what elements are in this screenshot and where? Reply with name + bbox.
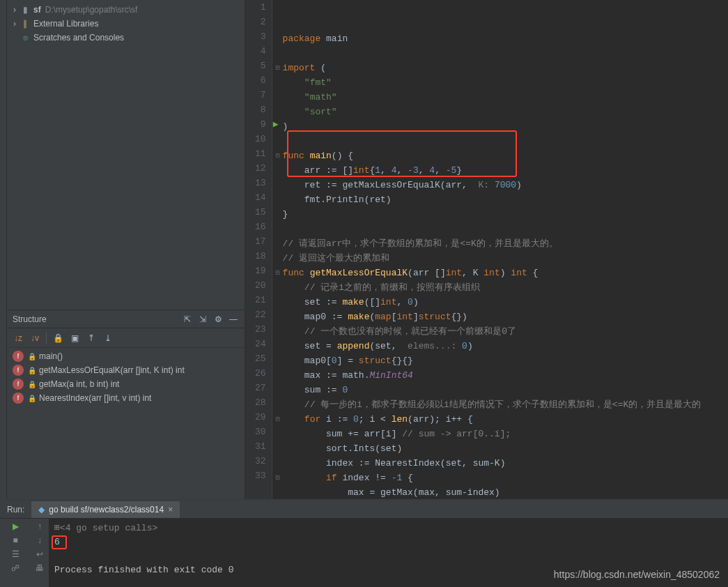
code-line[interactable]: max = getMax(max, sum-index) [283,485,728,499]
code-line[interactable]: fmt.Println(ret) [283,192,728,207]
function-icon: f [13,379,24,390]
collapse-icon[interactable]: ⇲ [197,314,208,325]
fold-icon[interactable]: ⊟ [276,471,280,485]
structure-panel: Structure ⇱ ⇲ ⚙ — ↓z ↓v 🔒 ▣ ⤒ ⤓ f🔒main()… [7,310,245,499]
code-line[interactable]: ⊟import ( [283,61,728,75]
code-editor[interactable]: 12345678▶9101112131415161718192021222324… [245,0,728,499]
lock-icon: 🔒 [28,367,35,374]
code-line[interactable]: // 返回这个最大的累加和 [283,251,728,266]
tree-root[interactable]: › ▮ sf D:\mysetup\gopath\src\sf [7,3,245,17]
code-line[interactable] [283,222,728,236]
code-line[interactable]: index := NearestIndex(set, sum-K) [283,456,728,471]
layout-icon[interactable]: ☰ [12,549,20,559]
code-line[interactable] [283,46,728,61]
console-setup: <4 go setup calls> [60,523,157,533]
structure-item[interactable]: f🔒getMaxLessOrEqualK(arr []int, K int) i… [7,363,245,377]
rerun-icon[interactable]: ▶ [13,521,19,531]
watermark: https://blog.csdn.net/weixin_48502062 [554,569,720,580]
attach-icon[interactable]: ☍ [11,563,20,573]
structure-item-label: main() [39,351,63,361]
code-line[interactable] [283,134,728,148]
code-line[interactable]: } [283,207,728,222]
structure-item-label: NearestIndex(arr []int, v int) int [39,393,151,403]
print-icon[interactable]: 🖶 [36,563,44,573]
go-file-icon: ◆ [38,505,45,514]
structure-item[interactable]: f🔒main() [7,349,245,363]
code-line[interactable]: sum := 0 [283,383,728,397]
console-result: 6 [54,537,60,547]
expand-icon[interactable]: ⇱ [182,314,193,325]
fields-icon[interactable]: ▣ [69,333,80,344]
minimize-icon[interactable]: — [228,314,239,325]
code-line[interactable]: arr := []int{1, 4, -3, 4, -5} [283,163,728,178]
chevron-right-icon[interactable]: › [10,19,20,29]
close-icon[interactable]: × [168,505,173,514]
structure-item-label: getMaxLessOrEqualK(arr []int, K int) int [39,365,185,375]
code-line[interactable]: ⊟ if index != -1 { [283,471,728,485]
function-icon: f [13,392,24,404]
fold-icon[interactable]: ⊟ [276,412,280,427]
tree-label: Scratches and Consoles [33,33,124,43]
code-line[interactable]: ret := getMaxLessOrEqualK(arr, K: 7000) [283,178,728,192]
tree-label: External Libraries [33,19,98,29]
code-line[interactable]: map0 := make(map[int]struct{}) [283,310,728,324]
folder-icon: ▮ [20,4,31,15]
code-line[interactable]: // 记录i之前的，前缀和，按照有序表组织 [283,280,728,295]
lock-icon[interactable]: 🔒 [52,333,63,344]
code-line[interactable]: sum += arr[i] // sum -> arr[0..i]; [283,427,728,441]
tree-external-libs[interactable]: › ∥ External Libraries [7,17,245,31]
run-tab[interactable]: ◆ go build sf/newclass2/class014 × [31,501,180,518]
tree-root-label: sf [33,5,41,15]
run-label: Run: [0,505,31,514]
code-line[interactable]: ) [283,119,728,134]
structure-item-label: getMax(a int, b int) int [39,379,119,389]
structure-item[interactable]: f🔒NearestIndex(arr []int, v int) int [7,391,245,405]
fold-icon[interactable]: ⊟ [276,266,280,280]
stop-icon[interactable]: ■ [13,535,17,545]
lock-icon: 🔒 [28,395,35,402]
code-line[interactable]: // 一个数也没有的时候，就已经有一个前缀和是0了 [283,324,728,339]
code-line[interactable]: ⊟func main() { [283,148,728,163]
lock-icon: 🔒 [28,381,35,388]
code-line[interactable]: set := make([]int, 0) [283,295,728,310]
autoscroll-to-icon[interactable]: ⤒ [86,333,97,344]
code-line[interactable]: ⊟ for i := 0; i < len(arr); i++ { [283,412,728,427]
scratch-icon: ⌾ [20,32,31,43]
tree-root-path: D:\mysetup\gopath\src\sf [45,5,138,15]
fold-icon[interactable]: ⊟ [276,148,280,163]
up-icon[interactable]: ↑ [38,521,42,531]
code-line[interactable]: "math" [283,90,728,105]
code-line[interactable]: sort.Ints(set) [283,441,728,456]
code-line[interactable]: set = append(set, elems...: 0) [283,339,728,353]
code-line[interactable]: max := math.MinInt64 [283,368,728,383]
autoscroll-from-icon[interactable]: ⤓ [102,333,114,344]
code-line[interactable]: "fmt" [283,75,728,90]
structure-item[interactable]: f🔒getMax(a int, b int) int [7,377,245,391]
down-icon[interactable]: ↓ [38,535,42,545]
structure-title: Structure [13,314,47,324]
library-icon: ∥ [20,18,31,29]
code-line[interactable]: package main [283,31,728,46]
sort-visibility-icon[interactable]: ↓v [29,333,40,344]
lock-icon: 🔒 [28,353,35,360]
soft-wrap-icon[interactable]: ↩ [36,549,43,559]
code-line[interactable]: // 请返回arr中，求个子数组的累加和，是<=K的，并且是最大的。 [283,236,728,251]
code-line[interactable]: ⊟func getMaxLessOrEqualK(arr []int, K in… [283,266,728,280]
function-icon: f [13,365,24,376]
code-line[interactable]: map0[0] = struct{}{} [283,353,728,368]
project-tree[interactable]: › ▮ sf D:\mysetup\gopath\src\sf › ∥ Exte… [7,0,245,310]
sort-alpha-icon[interactable]: ↓z [13,333,24,344]
tree-scratches[interactable]: ⌾ Scratches and Consoles [7,31,245,45]
code-line[interactable]: "sort" [283,105,728,119]
function-icon: f [13,351,24,362]
gear-icon[interactable]: ⚙ [212,314,224,325]
fold-icon[interactable]: ⊟ [276,61,280,75]
code-line[interactable]: // 每一步的i，都求子数组必须以i结尾的情况下，求个子数组的累加和，是<=K的… [283,397,728,412]
run-tab-label: go build sf/newclass2/class014 [49,505,164,514]
chevron-right-icon[interactable]: › [10,5,20,15]
